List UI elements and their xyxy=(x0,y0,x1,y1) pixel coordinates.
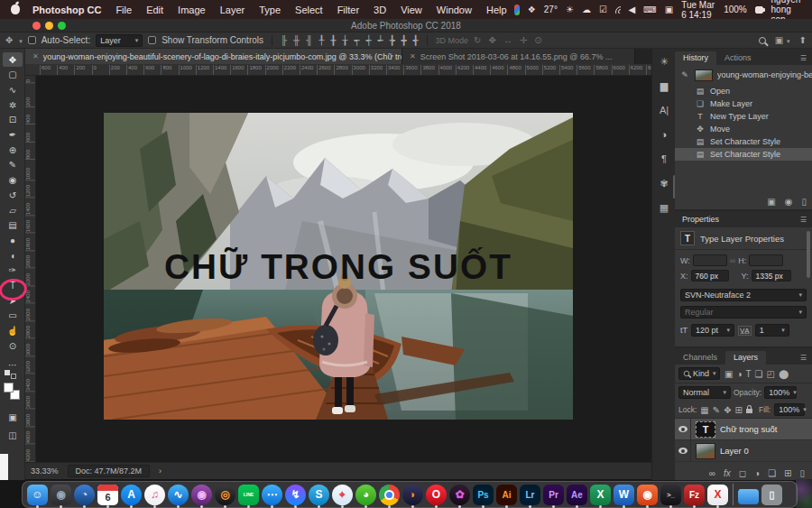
auto-select-checkbox[interactable] xyxy=(28,36,36,44)
dock-item-flower-app[interactable]: ✿ xyxy=(448,481,471,508)
history-state-5[interactable]: ▤Set Character Style xyxy=(675,148,812,161)
adjustments-icon[interactable]: ✳ xyxy=(652,56,676,68)
tab-close-icon[interactable]: ✕ xyxy=(410,52,416,60)
quick-selection-tool[interactable]: ✲ xyxy=(3,97,23,112)
panel-scrollbar[interactable] xyxy=(807,231,810,278)
history-brush-source-icon[interactable]: ✎ xyxy=(679,70,690,79)
hand-tool[interactable]: ☝ xyxy=(3,324,23,338)
menu-item-3d[interactable]: 3D xyxy=(366,5,393,15)
dock-item-x-converter[interactable]: X xyxy=(706,481,729,508)
zoom-window-button[interactable] xyxy=(58,22,66,30)
display-icon[interactable]: ▣ xyxy=(665,5,673,14)
workspace-chooser-icon[interactable]: ▣▾ xyxy=(775,35,790,45)
window-title-bar[interactable]: Adobe Photoshop CC 2018 xyxy=(0,19,812,32)
layer-group-icon[interactable]: ❏ xyxy=(768,468,776,478)
opacity-dropdown[interactable]: 100%▾ xyxy=(764,386,797,399)
dock-item-lightroom[interactable]: Lr xyxy=(519,481,541,508)
align-icon-11[interactable]: ╉ xyxy=(413,35,419,45)
dock-item-app-store[interactable]: A xyxy=(120,481,143,508)
minimize-window-button[interactable] xyxy=(45,22,53,30)
dodge-tool[interactable]: ◖ xyxy=(3,248,23,263)
dock-item-coc-coc[interactable]: ◕ xyxy=(355,481,377,508)
clone-stamp-tool[interactable]: ◉ xyxy=(3,173,23,188)
menu-clock[interactable]: Tue Mar 6 14:19 xyxy=(681,0,715,20)
dock-item-chat-app[interactable]: ⋯ xyxy=(261,481,283,508)
tracking-dropdown[interactable]: 1▾ xyxy=(755,324,789,337)
filter-icon-1[interactable]: ◑ xyxy=(736,369,742,379)
dock-item-itunes[interactable]: ♫ xyxy=(143,481,166,508)
dock-item-finder[interactable]: ☺ xyxy=(26,481,49,508)
dock-item-photoshop[interactable]: Ps xyxy=(472,481,494,508)
lock-icon-1[interactable]: ✎ xyxy=(713,405,720,415)
layer-thumbnail[interactable]: T xyxy=(696,421,715,438)
menu-item-edit[interactable]: Edit xyxy=(139,5,171,15)
visibility-toggle[interactable] xyxy=(675,419,691,439)
mode3d-icon-0[interactable]: ↻ xyxy=(474,35,481,45)
doc-size-readout[interactable]: Doc: 47.7M/87.2M xyxy=(68,465,151,477)
panel-menu-icon[interactable]: ☰ xyxy=(800,54,812,62)
move-tool[interactable]: ✥ xyxy=(3,52,23,67)
align-icon-7[interactable]: ┽ xyxy=(365,35,371,45)
character-panel-icon[interactable]: A| xyxy=(652,105,676,115)
layer-name[interactable]: Chữ trong suốt xyxy=(720,424,777,434)
font-size-dropdown[interactable]: 120 pt▾ xyxy=(691,324,734,337)
tab-close-icon[interactable]: ✕ xyxy=(32,52,39,60)
tab-channels[interactable]: Channels xyxy=(675,351,725,365)
show-transform-checkbox[interactable] xyxy=(148,36,156,44)
tab-history[interactable]: History xyxy=(675,51,716,65)
apple-icon[interactable] xyxy=(11,5,20,14)
dock-item-calendar[interactable]: 6 xyxy=(97,481,119,508)
foreground-color-chip[interactable] xyxy=(4,383,14,393)
dock-item-premiere[interactable]: Pr xyxy=(542,481,565,508)
eyedropper-tool[interactable]: ✒ xyxy=(3,128,23,143)
visibility-toggle[interactable] xyxy=(675,440,691,461)
canvas-text-layer[interactable]: CHỮ TRONG SUỐT xyxy=(104,248,573,287)
tab-actions[interactable]: Actions xyxy=(716,51,760,65)
filter-icon-4[interactable]: ◰ xyxy=(767,369,775,379)
history-state-3[interactable]: ✥Move xyxy=(675,123,812,135)
dock-item-word[interactable]: W xyxy=(613,481,635,508)
filter-icon-3[interactable]: ❏ xyxy=(755,369,763,379)
adjustment-layer-icon[interactable]: ◑ xyxy=(652,129,676,140)
temperature[interactable]: 27° xyxy=(544,5,558,14)
canvas-pasteboard[interactable]: CHỮ TRONG SUỐT xyxy=(36,76,651,462)
dock-item-safari[interactable]: ⌖ xyxy=(331,481,354,508)
layer-name[interactable]: Layer 0 xyxy=(720,446,749,456)
dock-item-trash[interactable]: ▯ xyxy=(761,481,783,508)
menu-item-image[interactable]: Image xyxy=(171,5,213,15)
dock-item-excel[interactable]: X xyxy=(589,481,612,508)
x-field[interactable]: 760 px xyxy=(691,270,729,282)
align-icon-2[interactable]: ╢ xyxy=(306,35,312,45)
align-icon-8[interactable]: ┵ xyxy=(377,35,383,45)
align-icon-0[interactable]: ╟ xyxy=(281,35,287,45)
paragraph-panel-icon[interactable]: ¶ xyxy=(652,153,676,164)
align-icon-9[interactable]: ╊ xyxy=(389,35,394,45)
search-icon[interactable] xyxy=(759,37,766,44)
dock-item-illustrator[interactable]: Ai xyxy=(495,481,518,508)
dock-item-filezilla[interactable]: Fz xyxy=(683,481,706,508)
y-field[interactable]: 1335 px xyxy=(752,270,791,282)
dock-item-video-app[interactable]: ◉ xyxy=(190,481,213,508)
shape-tool[interactable]: ▭ xyxy=(3,309,23,323)
align-icon-10[interactable]: ╋ xyxy=(401,35,407,45)
brush-tool[interactable]: ✎ xyxy=(3,158,23,172)
align-icon-1[interactable]: ╫ xyxy=(293,35,300,45)
align-icon-5[interactable]: ╁ xyxy=(342,35,347,45)
filter-icon-0[interactable]: ▣ xyxy=(724,369,733,379)
pen-tool[interactable]: ✑ xyxy=(3,263,23,278)
menu-item-view[interactable]: View xyxy=(393,5,429,15)
quick-mask-icon[interactable]: ▣ xyxy=(3,410,23,424)
swap-colors-icon[interactable] xyxy=(5,370,17,379)
display-color-icon[interactable] xyxy=(514,5,520,15)
dock-item-skype[interactable]: S xyxy=(308,481,330,508)
adjustment-layer-icon[interactable]: ◑ xyxy=(754,468,760,478)
menu-item-help[interactable]: Help xyxy=(479,5,514,15)
delete-layer-icon[interactable]: ▯ xyxy=(799,468,805,478)
lock-icon-0[interactable]: ▦ xyxy=(700,405,708,415)
menu-item-select[interactable]: Select xyxy=(288,5,330,15)
filter-icon-5[interactable]: ⬤ xyxy=(779,369,789,379)
layer-effects-icon[interactable]: fx xyxy=(724,468,731,478)
history-state-0[interactable]: ▤Open xyxy=(675,85,812,97)
glyphs-panel-icon[interactable]: ▦ xyxy=(652,202,676,214)
dock-item-gauge-app[interactable]: ◔ xyxy=(73,481,96,508)
